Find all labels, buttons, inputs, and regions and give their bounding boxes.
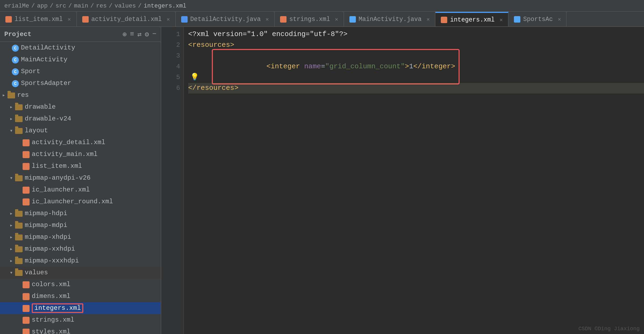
folder-icon bbox=[8, 92, 15, 98]
tree-label: values bbox=[25, 269, 48, 276]
tree-item-mipmap-xhdpi[interactable]: ▸ mipmap-xhdpi bbox=[0, 231, 161, 243]
editor-area: 1 2 3 4 5 6 <?xml version="1.0" encoding… bbox=[161, 27, 644, 334]
xml-file-icon bbox=[23, 163, 30, 170]
tree-item-detail-activity[interactable]: C DetailActivity bbox=[0, 42, 161, 54]
tree-item-main-activity[interactable]: C MainActivity bbox=[0, 54, 161, 66]
tab-close-icon[interactable]: ✕ bbox=[67, 16, 71, 22]
tree-label: activity_main.xml bbox=[32, 151, 98, 158]
java-icon bbox=[181, 16, 188, 22]
sidebar-title: Project bbox=[4, 30, 119, 38]
tree-item-integers-xml[interactable]: integers.xml bbox=[0, 302, 161, 314]
tree-label: drawable bbox=[25, 103, 56, 111]
tab-main-activity[interactable]: MainActivity.java ✕ bbox=[344, 12, 436, 26]
tree-item-sport[interactable]: C Sport bbox=[0, 66, 161, 77]
line-num-1: 1 bbox=[161, 29, 180, 40]
tree-item-activity-main-xml[interactable]: activity_main.xml bbox=[0, 148, 161, 160]
tab-detail-activity[interactable]: DetailActivity.java ✕ bbox=[176, 12, 275, 26]
tab-activity-detail[interactable]: activity_detail.xml ✕ bbox=[77, 12, 176, 26]
tab-label: activity_detail.xml bbox=[91, 16, 162, 23]
folder-icon bbox=[15, 211, 23, 216]
tree-item-ic-launcher[interactable]: ic_launcher.xml bbox=[0, 184, 161, 196]
project-sidebar: Project ⊕ ≡ ⇄ ⚙ − C DetailActivity C Mai… bbox=[0, 27, 161, 334]
folder-icon bbox=[15, 234, 23, 240]
xml-file-icon bbox=[23, 305, 30, 312]
folder-icon bbox=[15, 258, 23, 264]
xml-file-icon bbox=[23, 186, 30, 193]
xml-file-icon bbox=[23, 198, 30, 205]
line6-open: </ bbox=[188, 83, 196, 94]
class-icon: C bbox=[12, 56, 19, 63]
tree-item-mipmap-mdpi[interactable]: ▸ mipmap-mdpi bbox=[0, 219, 161, 231]
collapse-all-icon[interactable]: ≡ bbox=[130, 30, 134, 38]
tab-close-icon[interactable]: ✕ bbox=[427, 16, 430, 22]
tree-item-mipmap-xxhdpi[interactable]: ▸ mipmap-xxhdpi bbox=[0, 243, 161, 255]
folder-icon bbox=[15, 222, 23, 228]
tab-strings[interactable]: strings.xml ✕ bbox=[275, 12, 344, 26]
tree-label: mipmap-mdpi bbox=[25, 222, 67, 229]
sidebar-header: Project ⊕ ≡ ⇄ ⚙ − bbox=[0, 27, 161, 42]
tab-close-icon[interactable]: ✕ bbox=[335, 16, 338, 22]
tree-item-list-item-xml[interactable]: list_item.xml bbox=[0, 160, 161, 172]
tab-close-icon[interactable]: ✕ bbox=[499, 16, 503, 23]
tab-close-icon[interactable]: ✕ bbox=[558, 16, 561, 22]
folder-icon bbox=[15, 246, 23, 252]
tab-label: integers.xml bbox=[450, 16, 495, 23]
tree-item-res[interactable]: ▸ res bbox=[0, 89, 161, 101]
class-icon: C bbox=[12, 68, 19, 75]
java-c-icon bbox=[514, 16, 520, 22]
settings-icon[interactable]: ⚙ bbox=[145, 30, 149, 38]
tab-label: strings.xml bbox=[289, 16, 330, 23]
tree-item-drawable[interactable]: ▸ drawable bbox=[0, 101, 161, 113]
tree-item-activity-detail-xml[interactable]: activity_detail.xml bbox=[0, 137, 161, 148]
tab-list-item[interactable]: list_item.xml ✕ bbox=[0, 12, 77, 26]
tree-item-strings-xml[interactable]: strings.xml bbox=[0, 314, 161, 326]
bulb-icon[interactable]: 💡 bbox=[190, 72, 199, 83]
code-line-6: </resources> bbox=[188, 83, 644, 94]
xml-file-icon bbox=[23, 139, 30, 146]
tree-item-mipmap-xxxhdpi[interactable]: ▸ mipmap-xxxhdpi bbox=[0, 255, 161, 267]
tree-item-dimens-xml[interactable]: dimens.xml bbox=[0, 290, 161, 302]
xml-file-icon bbox=[23, 151, 30, 158]
tree-label: activity_detail.xml bbox=[32, 139, 105, 146]
xml-icon bbox=[280, 16, 287, 22]
tab-integers[interactable]: integers.xml ✕ bbox=[436, 12, 509, 26]
tree-item-drawable-v24[interactable]: ▸ drawable-v24 bbox=[0, 113, 161, 125]
code-lines[interactable]: <?xml version="1.0" encoding="utf-8"?> <… bbox=[184, 27, 644, 334]
line1-text: <?xml version="1.0" encoding="utf-8"?> bbox=[188, 29, 348, 40]
code-line-5: 💡 bbox=[188, 72, 644, 83]
tree-label: mipmap-xxhdpi bbox=[25, 245, 75, 253]
tree-item-layout[interactable]: ▾ layout bbox=[0, 125, 161, 137]
line6-close: > bbox=[234, 83, 239, 94]
tree-label: list_item.xml bbox=[32, 162, 82, 170]
minimize-icon[interactable]: − bbox=[152, 30, 156, 38]
tree-item-ic-launcher-round[interactable]: ic_launcher_round.xml bbox=[0, 196, 161, 208]
code-content: 1 2 3 4 5 6 <?xml version="1.0" encoding… bbox=[161, 27, 644, 334]
xml-file-icon bbox=[23, 293, 30, 300]
expand-icon[interactable]: ⇄ bbox=[137, 30, 142, 38]
tree-label: res bbox=[17, 91, 29, 99]
tab-close-icon[interactable]: ✕ bbox=[167, 16, 170, 22]
tab-sports-ac[interactable]: SportsAc ✕ bbox=[509, 12, 567, 26]
tab-close-icon[interactable]: ✕ bbox=[266, 16, 269, 22]
xml-icon bbox=[5, 16, 12, 22]
line-num-3: 3 bbox=[161, 51, 180, 61]
tree-item-mipmap-hdpi[interactable]: ▸ mipmap-hdpi bbox=[0, 208, 161, 219]
tree-label: MainActivity bbox=[21, 56, 67, 63]
tree-item-values[interactable]: ▾ values bbox=[0, 267, 161, 279]
tree-item-mipmap-anydpi[interactable]: ▾ mipmap-anydpi-v26 bbox=[0, 172, 161, 184]
tree-label: mipmap-hdpi bbox=[25, 210, 67, 217]
tree-item-styles-xml[interactable]: styles.xml bbox=[0, 326, 161, 334]
tab-label: DetailActivity.java bbox=[190, 16, 261, 23]
breadcrumb-text: erialMe bbox=[4, 2, 29, 9]
line-num-2: 2 bbox=[161, 40, 180, 51]
tree-label: ic_launcher_round.xml bbox=[32, 198, 113, 205]
tree-item-colors-xml[interactable]: colors.xml bbox=[0, 279, 161, 290]
tree-label: layout bbox=[25, 127, 48, 134]
xml-file-icon bbox=[23, 328, 30, 334]
line2-open: < bbox=[188, 40, 192, 51]
tree-label: mipmap-anydpi-v26 bbox=[25, 174, 91, 182]
line-numbers: 1 2 3 4 5 6 bbox=[161, 27, 184, 334]
code-line-4: <integer name="grid_column_count">1</int… bbox=[188, 61, 644, 72]
tree-item-sports-adapter[interactable]: C SportsAdapter bbox=[0, 77, 161, 89]
add-icon[interactable]: ⊕ bbox=[123, 30, 127, 38]
